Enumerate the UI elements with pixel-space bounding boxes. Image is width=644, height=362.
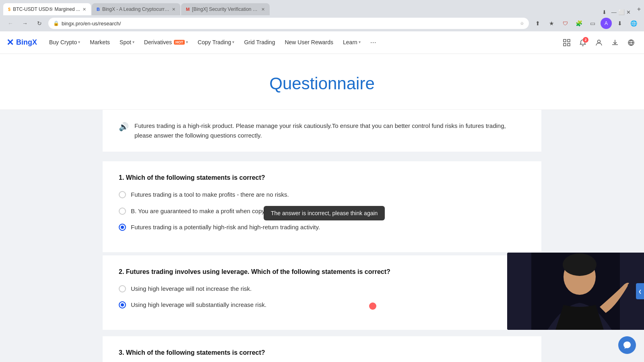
maximize-icon[interactable]: ⬜ <box>618 9 625 15</box>
svg-rect-0 <box>564 39 566 42</box>
svg-point-4 <box>598 40 601 43</box>
nav-buy-crypto[interactable]: Buy Crypto ▾ <box>45 31 84 54</box>
radio-2-b[interactable] <box>119 301 126 309</box>
tab-close-1[interactable]: ✕ <box>83 7 86 12</box>
svg-rect-2 <box>564 43 566 46</box>
nav-markets[interactable]: Markets <box>86 31 114 54</box>
back-button[interactable]: ← <box>5 18 16 29</box>
sidebar-icon[interactable]: ▭ <box>587 18 598 29</box>
radio-1-a[interactable] <box>119 191 126 198</box>
language-button[interactable] <box>625 36 638 49</box>
new-tab-button[interactable]: + <box>634 3 644 15</box>
nav-grid-trading-label: Grid Trading <box>244 39 275 45</box>
question-2-option-b: Using high leverage will substantially i… <box>119 300 525 310</box>
nav-new-user-rewards[interactable]: New User Rewards <box>281 31 337 54</box>
svg-rect-3 <box>568 43 570 46</box>
profile-icon[interactable]: A <box>601 18 612 29</box>
info-banner: 🔊 Futures trading is a high-risk product… <box>103 110 541 155</box>
nav-actions: 2 <box>560 36 638 49</box>
nav-copy-trading[interactable]: Copy Trading ▾ <box>194 31 238 54</box>
question-2-option-a: Using high leverage will not increase th… <box>119 284 525 294</box>
question-1-number: 1. <box>119 174 126 181</box>
logo-icon: ✕ <box>6 37 14 48</box>
close-window-icon[interactable]: ✕ <box>626 9 631 15</box>
radio-2-a[interactable] <box>119 285 126 292</box>
option-1-a-text: Futures trading is a tool to make profit… <box>131 190 525 200</box>
forward-button[interactable]: → <box>19 18 31 29</box>
language-icon[interactable]: 🌐 <box>628 18 639 29</box>
app-nav: ✕ BingX Buy Crypto ▾ Markets Spot ▾ Deri… <box>0 31 644 54</box>
section-divider-1 <box>103 155 541 158</box>
questionnaire-title: Questionnaire <box>0 74 644 93</box>
info-text: Futures trading is a high-risk product. … <box>134 121 525 140</box>
address-bar-row: ← → ↻ 🔒 bingx.pro/en-us/research/ ☆ ⬆ ★ … <box>0 15 644 31</box>
svg-point-9 <box>563 253 597 276</box>
nav-spot[interactable]: Spot ▾ <box>116 31 138 54</box>
question-2-number: 2. <box>119 268 126 275</box>
share-icon[interactable]: ⬆ <box>532 18 543 29</box>
logo-text: BingX <box>16 38 37 47</box>
shield-icon[interactable]: 🛡 <box>559 18 571 29</box>
account-button[interactable] <box>592 36 605 49</box>
nav-grid-icon[interactable] <box>560 36 573 49</box>
chat-bubble-button[interactable] <box>618 336 636 354</box>
nav-buy-crypto-label: Buy Crypto <box>49 39 77 45</box>
option-2-b-text: Using high leverage will substantially i… <box>131 300 525 310</box>
browser-tab-2[interactable]: B BingX - A Leading Cryptocurrenc... ✕ <box>92 3 180 15</box>
nav-derivatives[interactable]: Derivatives HOT ▾ <box>140 31 192 54</box>
toolbar-icons: ⬆ ★ 🛡 🧩 ▭ A ⬇ 🌐 <box>532 18 639 29</box>
copy-trading-arrow: ▾ <box>232 40 234 44</box>
browser-tab-1[interactable]: $ BTC-USDT USD⑤ Margined ... ✕ <box>3 3 91 15</box>
option-1-c-text: Futures trading is a potentially high-ri… <box>131 223 525 232</box>
notification-badge: 2 <box>583 37 588 43</box>
video-person <box>507 253 644 330</box>
download-button[interactable] <box>609 36 621 49</box>
question-2-label: Futures trading involves using leverage.… <box>126 268 390 275</box>
question-3-label: Which of the following statements is cor… <box>126 349 265 356</box>
bookmark-star-icon[interactable]: ☆ <box>520 21 524 26</box>
nav-more-button[interactable]: ··· <box>366 31 380 54</box>
nav-grid-trading[interactable]: Grid Trading <box>240 31 279 54</box>
tab-list-icon[interactable]: ⬇ <box>602 9 607 15</box>
option-2-a-text: Using high leverage will not increase th… <box>131 284 525 294</box>
nav-learn[interactable]: Learn ▾ <box>339 31 365 54</box>
tab-close-2[interactable]: ✕ <box>172 7 175 12</box>
tab-title-2: BingX - A Leading Cryptocurrenc... <box>102 6 169 12</box>
spot-arrow: ▾ <box>132 40 134 44</box>
star-icon[interactable]: ★ <box>546 18 557 29</box>
downloads-icon[interactable]: ⬇ <box>614 18 625 29</box>
radio-1-c[interactable] <box>119 224 126 231</box>
tab-close-3[interactable]: ✕ <box>261 7 265 12</box>
question-2-card: 2. Futures trading involves using levera… <box>103 255 541 330</box>
question-1-option-c: Futures trading is a potentially high-ri… <box>119 223 525 232</box>
address-text: bingx.pro/en-us/research/ <box>62 21 518 27</box>
tab-title-3: [BingX] Security Verification - be... <box>192 6 259 12</box>
lock-icon: 🔒 <box>53 21 59 26</box>
browser-tab-3[interactable]: M [BingX] Security Verification - be... … <box>181 3 270 15</box>
address-input[interactable]: 🔒 bingx.pro/en-us/research/ ☆ <box>48 18 529 29</box>
questionnaire-content: 🔊 Futures trading is a high-risk product… <box>103 110 541 362</box>
section-divider-2 <box>103 252 541 255</box>
video-expand-button[interactable]: ❮ <box>636 283 644 299</box>
speaker-icon: 🔊 <box>119 122 129 132</box>
nav-derivatives-label: Derivatives <box>144 39 172 45</box>
video-widget[interactable]: ❮ <box>507 253 644 330</box>
buy-crypto-arrow: ▾ <box>78 40 80 44</box>
derivatives-hot-badge: HOT <box>174 40 185 45</box>
nav-new-user-rewards-label: New User Rewards <box>285 39 333 45</box>
question-1-label: Which of the following statements is cor… <box>126 174 265 181</box>
section-divider-3 <box>103 330 541 333</box>
notification-button[interactable]: 2 <box>576 36 589 49</box>
derivatives-arrow: ▾ <box>186 40 188 44</box>
nav-markets-label: Markets <box>90 39 110 45</box>
logo[interactable]: ✕ BingX <box>6 37 37 48</box>
question-1-option-b: B. You are guaranteed to make a profit w… <box>119 207 525 216</box>
questionnaire-header: Questionnaire <box>0 54 644 110</box>
question-1-card: 1. Which of the following statements is … <box>103 161 541 252</box>
radio-1-b[interactable] <box>119 208 126 215</box>
minimize-icon[interactable]: — <box>611 9 617 15</box>
reload-button[interactable]: ↻ <box>34 18 45 29</box>
tab-favicon-2: B <box>97 7 100 12</box>
nav-spot-label: Spot <box>120 39 131 45</box>
extensions-icon[interactable]: 🧩 <box>573 18 584 29</box>
